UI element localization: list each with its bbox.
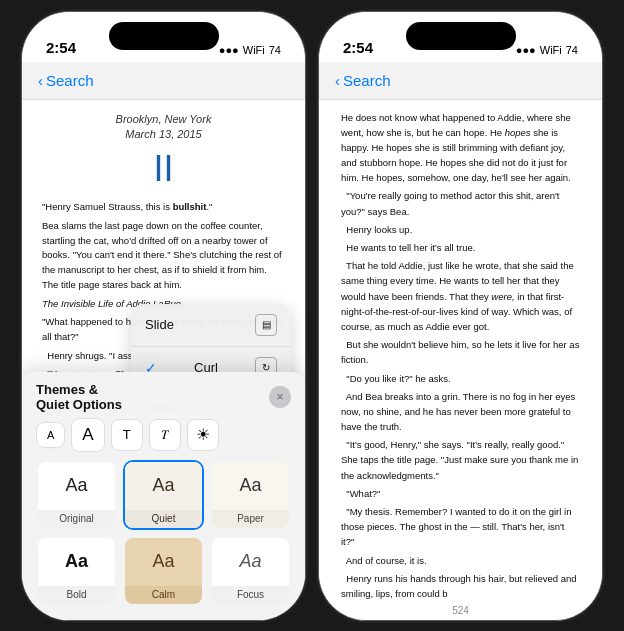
- right-back-button[interactable]: ‹ Search: [335, 72, 391, 89]
- theme-paper-card[interactable]: Aa Paper: [210, 460, 291, 530]
- themes-panel: Themes & Quiet Options × A A T 𝑇 ☀: [22, 372, 305, 620]
- theme-bold-label: Bold: [38, 586, 115, 604]
- paragraph-2: Bea slams the last page down on the coff…: [42, 219, 285, 293]
- theme-original-preview: Aa: [38, 462, 115, 510]
- right-status-icons: ●●● WiFi 74: [516, 44, 578, 56]
- right-book-text: He does not know what happened to Addie,…: [341, 110, 580, 601]
- theme-quiet-preview: Aa: [125, 462, 202, 510]
- themes-header: Themes & Quiet Options ×: [36, 382, 291, 412]
- brightness-button[interactable]: ☀: [187, 419, 219, 451]
- book-header: Brooklyn, New YorkMarch 13, 2015 II: [42, 112, 285, 191]
- book-location: Brooklyn, New YorkMarch 13, 2015: [42, 112, 285, 143]
- left-phone: 2:54 ●●● WiFi 74 ‹ Search Br: [21, 11, 306, 621]
- theme-bold-preview: Aa: [38, 538, 115, 586]
- left-content-area: Brooklyn, New YorkMarch 13, 2015 II "Hen…: [22, 100, 305, 620]
- theme-calm-preview: Aa: [125, 538, 202, 586]
- right-phone: 2:54 ●●● WiFi 74 ‹ Search He: [318, 11, 603, 621]
- theme-calm-card[interactable]: Aa Calm: [123, 536, 204, 606]
- right-para-1: He does not know what happened to Addie,…: [341, 110, 580, 186]
- wifi-icon: WiFi: [243, 44, 265, 56]
- themes-close-button[interactable]: ×: [269, 386, 291, 408]
- theme-original-label: Original: [38, 510, 115, 528]
- right-para-12: And of course, it is.: [341, 553, 580, 568]
- right-signal-icon: ●●●: [516, 44, 536, 56]
- signal-icon: ●●●: [219, 44, 239, 56]
- theme-focus-label: Focus: [212, 586, 289, 604]
- right-para-8: And Bea breaks into a grin. There is no …: [341, 389, 580, 435]
- themes-title: Themes & Quiet Options: [36, 382, 122, 412]
- page-number: 524: [319, 601, 602, 620]
- font-decrease-button[interactable]: A: [36, 422, 65, 448]
- right-battery-indicator: 74: [566, 44, 578, 56]
- right-book-content: He does not know what happened to Addie,…: [319, 100, 602, 601]
- theme-focus-card[interactable]: Aa Focus: [210, 536, 291, 606]
- right-para-3: Henry looks up.: [341, 222, 580, 237]
- right-chevron-left-icon: ‹: [335, 72, 340, 89]
- right-para-5: That he told Addie, just like he wrote, …: [341, 258, 580, 334]
- theme-paper-preview: Aa: [212, 462, 289, 510]
- theme-paper-label: Paper: [212, 510, 289, 528]
- left-back-button[interactable]: ‹ Search: [38, 72, 94, 89]
- right-wifi-icon: WiFi: [540, 44, 562, 56]
- chapter-number: II: [42, 148, 285, 190]
- right-para-6: But she wouldn't believe him, so he lets…: [341, 337, 580, 367]
- slide-label: Slide: [145, 317, 174, 332]
- slide-icon: ▤: [255, 314, 277, 336]
- theme-quiet-label: Quiet: [125, 510, 202, 528]
- right-status-bar: 2:54 ●●● WiFi 74: [319, 12, 602, 62]
- font-increase-button[interactable]: A: [71, 418, 104, 452]
- theme-bold-card[interactable]: Aa Bold: [36, 536, 117, 606]
- themes-grid: Aa Original Aa Quiet Aa Paper Aa: [36, 460, 291, 606]
- right-para-2: "You're really going to method actor thi…: [341, 188, 580, 218]
- font-controls: A A T 𝑇 ☀: [36, 418, 291, 452]
- right-status-time: 2:54: [343, 39, 373, 56]
- left-nav-bar: ‹ Search: [22, 62, 305, 100]
- right-para-4: He wants to tell her it's all true.: [341, 240, 580, 255]
- theme-calm-label: Calm: [125, 586, 202, 604]
- right-nav-bar: ‹ Search: [319, 62, 602, 100]
- theme-original-card[interactable]: Aa Original: [36, 460, 117, 530]
- paragraph-1: "Henry Samuel Strauss, this is bullshit.…: [42, 200, 285, 215]
- battery-icon: 74: [269, 44, 281, 56]
- right-para-11: "My thesis. Remember? I wanted to do it …: [341, 504, 580, 550]
- right-para-7: "Do you like it?" he asks.: [341, 371, 580, 386]
- font-type-button[interactable]: T: [111, 419, 143, 451]
- phones-container: 2:54 ●●● WiFi 74 ‹ Search Br: [21, 11, 603, 621]
- theme-focus-preview: Aa: [212, 538, 289, 586]
- slide-option[interactable]: Slide ▤: [131, 304, 291, 347]
- left-status-icons: ●●● WiFi 74: [219, 44, 281, 56]
- right-para-10: "What?": [341, 486, 580, 501]
- theme-quiet-card[interactable]: Aa Quiet: [123, 460, 204, 530]
- right-para-13: Henry runs his hands through his hair, b…: [341, 571, 580, 601]
- font-style-button[interactable]: 𝑇: [149, 419, 181, 451]
- left-status-time: 2:54: [46, 39, 76, 56]
- right-para-9: "It's good, Henry," she says. "It's real…: [341, 437, 580, 483]
- chevron-left-icon: ‹: [38, 72, 43, 89]
- left-status-bar: 2:54 ●●● WiFi 74: [22, 12, 305, 62]
- right-content-area: He does not know what happened to Addie,…: [319, 100, 602, 620]
